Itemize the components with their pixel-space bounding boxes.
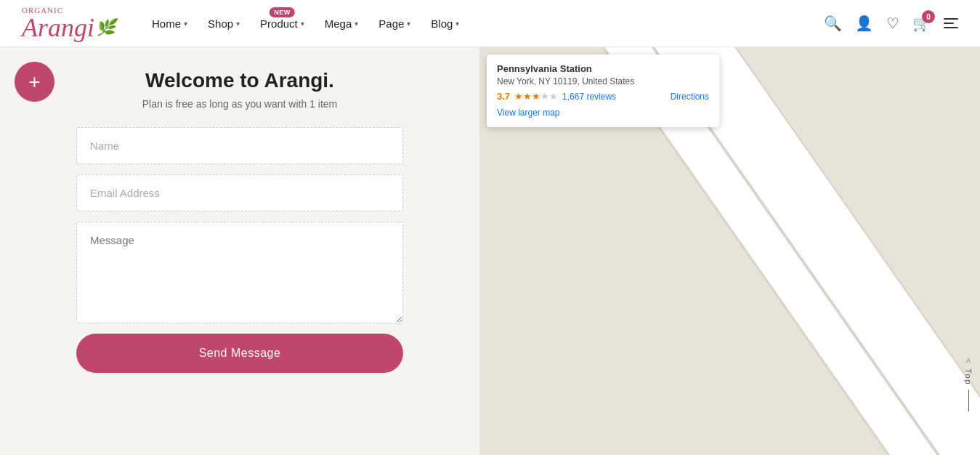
new-badge: NEW: [270, 7, 295, 17]
nav-page[interactable]: Page ▾: [378, 17, 410, 30]
cart-icon-wrap[interactable]: 🛒 0: [912, 15, 931, 32]
stars-icon: ★★★★★: [514, 91, 558, 102]
send-message-button[interactable]: Send Message: [76, 334, 403, 373]
nav-blog[interactable]: Blog ▾: [431, 17, 459, 30]
rating-value: 3.7: [497, 91, 510, 102]
name-input[interactable]: [76, 127, 403, 164]
chevron-down-icon: ▾: [236, 20, 240, 28]
menu-line-3: [944, 27, 958, 28]
main-content: + Welcome to Arangi. Plan is free as lon…: [0, 47, 980, 455]
header-icons: 🔍 👤 ♡ 🛒 0: [824, 15, 958, 32]
contact-form: Send Message: [76, 127, 403, 373]
logo-name: Arangi 🌿: [22, 15, 116, 41]
chevron-down-icon: ▾: [407, 20, 410, 28]
chevron-down-icon: ▾: [455, 20, 459, 28]
map-container: 6t 6th Ave 6th Ave ↗ ↗ Pennsylvania Stat…: [479, 47, 980, 455]
reviews-count[interactable]: 1,667 reviews: [562, 92, 616, 102]
nav-shop[interactable]: Shop ▾: [208, 17, 240, 30]
logo[interactable]: organic Arangi 🌿: [22, 7, 116, 41]
email-input[interactable]: [76, 174, 403, 212]
nav-home[interactable]: Home ▾: [152, 17, 187, 30]
logo-leaf-icon: 🌿: [96, 20, 116, 36]
message-textarea[interactable]: [76, 222, 403, 323]
plus-button[interactable]: +: [15, 62, 54, 102]
directions-button[interactable]: Directions: [671, 92, 709, 102]
view-larger-map[interactable]: View larger map: [497, 105, 709, 118]
header: organic Arangi 🌿 Home ▾ Shop ▾ NEW Produ…: [0, 0, 980, 47]
map-place-title: Pennsylvania Station: [497, 63, 709, 74]
map-info-row: 3.7 ★★★★★ 1,667 reviews Directions: [497, 91, 709, 102]
chevron-down-icon: ▾: [355, 20, 358, 28]
scroll-line: [968, 390, 969, 411]
nav-mega[interactable]: Mega ▾: [325, 17, 359, 30]
scroll-to-top[interactable]: ^ Top: [964, 356, 973, 411]
user-icon[interactable]: 👤: [855, 15, 873, 32]
welcome-title: Welcome to Arangi.: [145, 69, 334, 92]
map-place-address: New York, NY 10119, United States: [497, 76, 709, 86]
chevron-down-icon: ▾: [301, 20, 304, 28]
main-nav: Home ▾ Shop ▾ NEW Product ▾ Mega ▾ Page …: [152, 17, 824, 30]
map-rating: 3.7 ★★★★★ 1,667 reviews: [497, 91, 616, 102]
cart-badge: 0: [922, 10, 935, 23]
scroll-top-label: Top: [964, 369, 973, 386]
map-info-card: Pennsylvania Station New York, NY 10119,…: [487, 55, 719, 127]
wishlist-icon[interactable]: ♡: [886, 15, 899, 32]
welcome-subtitle: Plan is free as long as you want with 1 …: [142, 98, 337, 110]
menu-line-1: [944, 18, 958, 20]
menu-line-2: [944, 23, 954, 24]
map-panel: 6t 6th Ave 6th Ave ↗ ↗ Pennsylvania Stat…: [479, 47, 980, 455]
left-panel: + Welcome to Arangi. Plan is free as lon…: [0, 47, 479, 455]
hamburger-menu[interactable]: [944, 18, 958, 28]
search-icon[interactable]: 🔍: [824, 15, 842, 32]
nav-product[interactable]: NEW Product ▾: [260, 17, 304, 30]
chevron-down-icon: ▾: [184, 20, 187, 28]
chevron-up-icon: ^: [966, 356, 971, 367]
